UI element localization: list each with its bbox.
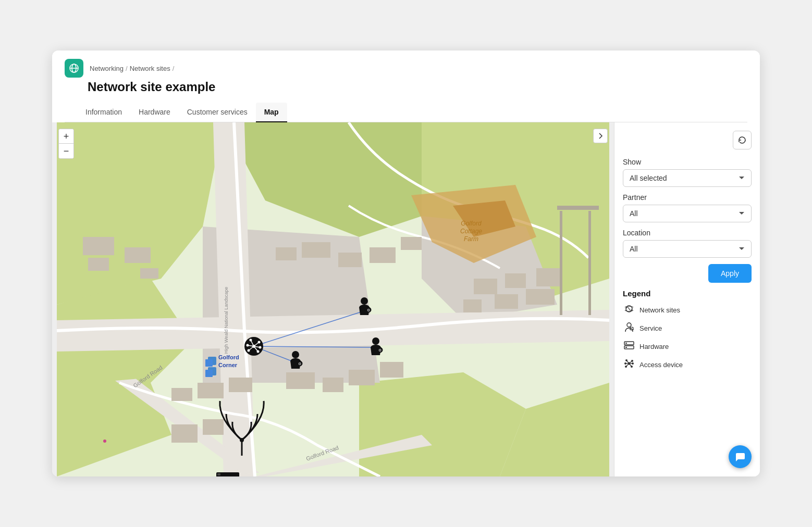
show-label: Show	[623, 158, 752, 166]
apply-button[interactable]: Apply	[708, 264, 752, 283]
map-zoom-controls: + −	[58, 129, 74, 159]
svg-rect-27	[401, 237, 422, 250]
svg-rect-26	[370, 247, 396, 263]
svg-rect-42	[203, 419, 224, 435]
svg-point-108	[631, 360, 633, 362]
svg-point-78	[257, 350, 260, 353]
svg-point-111	[625, 366, 627, 368]
show-filter: Show All selected Network sites Service …	[623, 158, 752, 187]
svg-text:Farm: Farm	[464, 235, 478, 243]
zoom-out-button[interactable]: −	[59, 144, 73, 158]
svg-rect-39	[349, 370, 375, 385]
service-icon	[623, 321, 635, 335]
tab-customer-services[interactable]: Customer services	[179, 103, 256, 122]
svg-text:⚙: ⚙	[298, 362, 301, 366]
tab-bar: Information Hardware Customer services M…	[65, 103, 747, 122]
svg-point-95	[627, 323, 631, 327]
svg-rect-46	[570, 206, 586, 210]
svg-text:Corner: Corner	[218, 362, 238, 368]
svg-point-82	[361, 297, 368, 305]
tab-hardware[interactable]: Hardware	[130, 103, 179, 122]
svg-point-79	[248, 349, 250, 352]
refresh-button[interactable]	[733, 131, 752, 149]
breadcrumb-network-sites[interactable]: Network sites	[130, 65, 170, 72]
zoom-in-button[interactable]: +	[59, 129, 73, 144]
svg-rect-31	[463, 299, 482, 312]
svg-rect-24	[302, 242, 330, 258]
svg-point-110	[631, 366, 633, 368]
svg-point-58	[240, 438, 244, 442]
svg-rect-23	[276, 247, 297, 260]
breadcrumb-networking[interactable]: Networking	[90, 65, 124, 72]
svg-rect-45	[588, 211, 591, 315]
breadcrumb-sep1: /	[126, 65, 128, 72]
network-sites-icon	[623, 303, 635, 317]
svg-rect-92	[205, 359, 213, 367]
svg-rect-21	[125, 247, 151, 263]
legend-hardware: Hardware	[623, 340, 752, 354]
location-filter: Location All	[623, 229, 752, 258]
svg-rect-36	[229, 378, 252, 392]
partner-label: Partner	[623, 193, 752, 202]
svg-point-91	[103, 440, 106, 443]
svg-rect-40	[380, 362, 403, 378]
svg-point-88	[292, 351, 299, 358]
hardware-icon	[623, 340, 635, 354]
map-expand-button[interactable]	[593, 129, 608, 143]
tab-map[interactable]: Map	[256, 103, 287, 122]
chat-button[interactable]	[729, 445, 752, 468]
legend-title: Legend	[623, 289, 752, 298]
page-title: Network site example	[88, 80, 747, 94]
svg-rect-35	[198, 383, 224, 398]
svg-point-81	[250, 339, 252, 342]
show-select[interactable]: All selected Network sites Service Hardw…	[623, 169, 752, 187]
svg-text:High Weald National Landscape: High Weald National Landscape	[224, 287, 229, 354]
svg-rect-20	[88, 258, 109, 271]
svg-point-77	[259, 346, 262, 349]
svg-rect-22	[140, 268, 158, 279]
svg-rect-98	[625, 343, 627, 344]
map-area[interactable]: High Weald National Landscape Golford Co…	[52, 122, 614, 476]
svg-text:⚙: ⚙	[367, 308, 370, 312]
svg-rect-37	[286, 372, 315, 389]
tab-information[interactable]: Information	[77, 103, 130, 122]
svg-text:Golford: Golford	[218, 354, 239, 360]
svg-text:⚙: ⚙	[378, 348, 382, 352]
svg-point-113	[625, 359, 628, 361]
legend-access-device-label: Access device	[639, 361, 683, 369]
svg-rect-41	[171, 424, 198, 443]
partner-filter: Partner All	[623, 193, 752, 222]
svg-point-85	[372, 337, 379, 345]
location-label: Location	[623, 229, 752, 237]
svg-rect-38	[323, 378, 343, 392]
legend-access-device: Access device	[623, 358, 752, 372]
svg-point-80	[247, 344, 249, 347]
right-panel: Show All selected Network sites Service …	[614, 122, 760, 476]
svg-text:Cottage: Cottage	[460, 228, 482, 235]
header: Networking / Network sites / Network sit…	[52, 51, 760, 122]
svg-point-76	[258, 341, 261, 344]
legend-service-label: Service	[639, 324, 662, 332]
svg-rect-93	[205, 370, 213, 377]
legend-service: Service	[623, 321, 752, 335]
svg-rect-32	[495, 294, 518, 309]
svg-point-109	[632, 362, 634, 365]
svg-rect-29	[505, 273, 526, 288]
app-window: Networking / Network sites / Network sit…	[52, 51, 760, 476]
app-icon	[65, 59, 83, 78]
partner-select[interactable]: All	[623, 205, 752, 222]
svg-rect-19	[83, 237, 114, 255]
legend-network-sites-label: Network sites	[639, 306, 680, 314]
svg-rect-28	[474, 279, 497, 294]
access-device-marker	[244, 337, 263, 356]
svg-rect-25	[338, 253, 362, 267]
svg-point-112	[624, 362, 626, 365]
svg-rect-60	[217, 473, 220, 475]
legend: Legend Network sites	[623, 289, 752, 376]
svg-rect-44	[560, 211, 562, 315]
svg-rect-30	[536, 268, 562, 286]
breadcrumb-sep2: /	[173, 65, 175, 72]
svg-rect-100	[625, 347, 627, 348]
main-content: High Weald National Landscape Golford Co…	[52, 122, 760, 476]
location-select[interactable]: All	[623, 240, 752, 258]
